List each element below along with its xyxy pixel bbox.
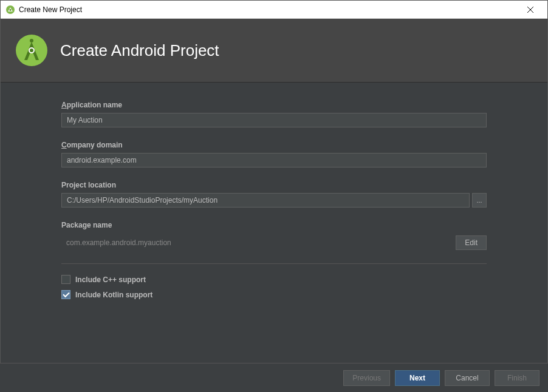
checkbox-icon — [61, 275, 70, 284]
app-icon — [5, 5, 15, 15]
checkbox-checked-icon — [61, 290, 70, 299]
page-title: Create Android Project — [60, 41, 219, 60]
company-domain-group: Company domain — [61, 141, 487, 167]
app-name-label: Application name — [61, 101, 487, 109]
cancel-button[interactable]: Cancel — [445, 370, 490, 386]
next-button[interactable]: Next — [395, 370, 440, 386]
edit-package-button[interactable]: Edit — [456, 235, 487, 250]
project-location-group: Project location ... — [61, 181, 487, 208]
cpp-support-label: Include C++ support — [75, 275, 146, 284]
wizard-header: Create Android Project — [1, 19, 547, 83]
finish-button[interactable]: Finish — [495, 370, 539, 386]
app-name-group: Application name — [61, 101, 487, 127]
browse-button[interactable]: ... — [472, 193, 487, 208]
project-location-input[interactable] — [61, 193, 470, 208]
package-name-value: com.example.android.myauction — [61, 238, 171, 247]
company-domain-input[interactable] — [61, 153, 487, 167]
company-domain-label: Company domain — [61, 141, 487, 149]
svg-point-7 — [30, 49, 33, 52]
cpp-support-checkbox[interactable]: Include C++ support — [61, 275, 487, 284]
wizard-footer: Previous Next Cancel Finish — [0, 363, 548, 392]
window-title: Create New Project — [19, 5, 518, 14]
titlebar: Create New Project — [1, 1, 547, 19]
project-location-label: Project location — [61, 181, 487, 189]
app-name-input[interactable] — [61, 113, 487, 127]
package-name-group: Package name com.example.android.myaucti… — [61, 221, 487, 250]
previous-button[interactable]: Previous — [343, 370, 390, 386]
android-studio-icon — [15, 34, 48, 67]
svg-point-1 — [10, 9, 12, 11]
package-name-label: Package name — [61, 221, 487, 229]
kotlin-support-checkbox[interactable]: Include Kotlin support — [61, 290, 487, 299]
form-content: Application name Company domain Project … — [1, 83, 547, 311]
divider — [61, 263, 487, 264]
close-button[interactable] — [518, 1, 543, 18]
kotlin-support-label: Include Kotlin support — [75, 291, 152, 299]
